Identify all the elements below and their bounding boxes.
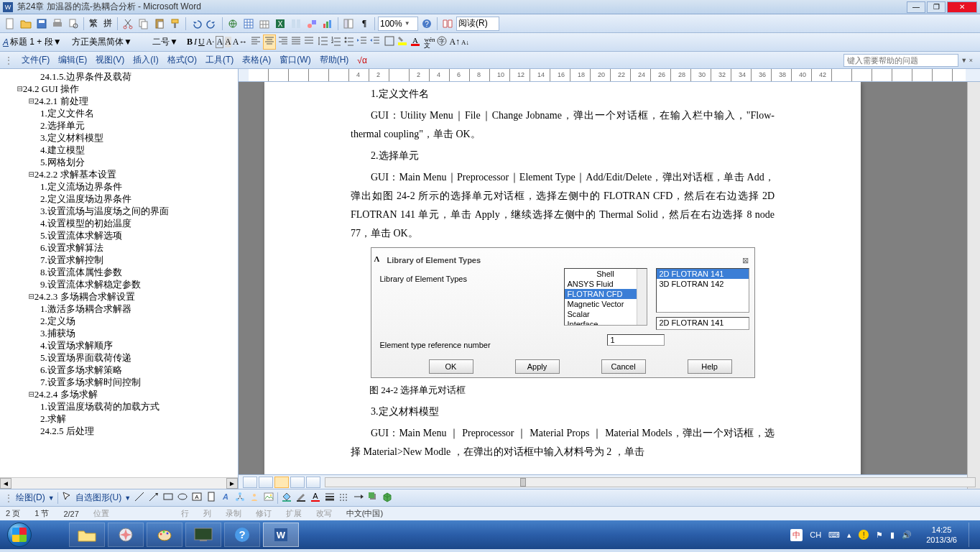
book-icon[interactable] xyxy=(440,17,455,31)
menu-file[interactable]: 文件(F) xyxy=(22,54,50,66)
align-center-button[interactable] xyxy=(263,34,276,50)
outline-item[interactable]: 24.1.5.边界条件及载荷 xyxy=(0,70,238,83)
web-view-button[interactable] xyxy=(259,477,273,488)
table-button[interactable] xyxy=(241,17,256,31)
doc-map-button[interactable] xyxy=(341,17,356,31)
outline-item[interactable]: ⊟24.2.2 求解基本设置 xyxy=(0,168,238,180)
format-painter-button[interactable] xyxy=(168,17,182,31)
outline-body[interactable]: 24.1.5.边界条件及载荷⊟24.2 GUI 操作⊟24.2.1 前处理1.定… xyxy=(0,69,238,477)
phonetic-button[interactable]: wén文 xyxy=(424,37,435,48)
menu-insert[interactable]: 插入(I) xyxy=(133,54,158,66)
diagram-button[interactable] xyxy=(234,491,246,505)
styles-pane-button[interactable]: A xyxy=(3,37,9,47)
highlight-button[interactable] xyxy=(397,35,408,49)
shadow-button[interactable] xyxy=(367,491,379,505)
menu-format[interactable]: 格式(O) xyxy=(167,54,197,66)
outline-item[interactable]: 5.设置场界面载荷传递 xyxy=(0,351,238,364)
outline-item[interactable]: 5.设置流体求解选项 xyxy=(0,229,238,242)
outline-item[interactable]: 9.设置流体求解稳定参数 xyxy=(0,278,238,290)
enclose-button[interactable]: 字 xyxy=(436,35,448,49)
task-explorer[interactable] xyxy=(69,523,105,547)
network-icon[interactable]: ▮ xyxy=(890,530,895,540)
system-tray[interactable]: 中 CH ⌨ ▴ ! ⚑ ▮ 🔊 14:25 2013/3/6 xyxy=(790,523,980,547)
document-vscroll[interactable] xyxy=(967,82,980,489)
new-button[interactable] xyxy=(3,17,17,31)
maximize-button[interactable]: ❐ xyxy=(927,1,946,13)
print-button[interactable] xyxy=(50,17,65,31)
task-safari[interactable] xyxy=(108,523,144,547)
menu-window[interactable]: 窗口(W) xyxy=(279,54,310,66)
decrease-indent-button[interactable] xyxy=(356,35,368,49)
outline-item[interactable]: 4.设置模型的初始温度 xyxy=(0,217,238,229)
paste-button[interactable] xyxy=(152,17,167,31)
shrink-font-button[interactable]: A↓ xyxy=(461,39,469,46)
equation-icon[interactable]: √α xyxy=(357,55,367,65)
outline-item[interactable]: 1.定义文件名 xyxy=(0,107,238,119)
excel-button[interactable]: X xyxy=(273,17,287,31)
open-button[interactable] xyxy=(19,17,33,31)
minimize-button[interactable]: — xyxy=(907,1,925,13)
menu-edit[interactable]: 编辑(E) xyxy=(58,54,87,66)
taskbar-clock[interactable]: 14:25 2013/3/6 xyxy=(926,525,957,545)
ruler[interactable]: 4224681012141618202224262830323436384042 xyxy=(239,69,980,82)
start-button[interactable] xyxy=(0,520,39,549)
textbox-button[interactable]: A xyxy=(191,491,203,505)
draw-menu-button[interactable]: 绘图(D) xyxy=(16,492,45,504)
outline-item[interactable]: ⊟24.2.1 前处理 xyxy=(0,95,238,107)
line-button[interactable] xyxy=(134,491,145,505)
insert-table-button[interactable] xyxy=(257,17,272,31)
dash-style-button[interactable] xyxy=(338,491,350,505)
outline-item[interactable]: ⊟24.2 GUI 操作 xyxy=(0,83,238,95)
outline-item[interactable]: 5.网格划分 xyxy=(0,156,238,168)
outline-item[interactable]: 1.激活多场耦合求解器 xyxy=(0,303,238,315)
font-color-button-draw[interactable]: A xyxy=(310,491,321,505)
normal-view-button[interactable] xyxy=(243,477,257,488)
reading-button[interactable]: 阅读(R) xyxy=(456,17,499,31)
outline-item[interactable]: 6.设置求解算法 xyxy=(0,242,238,254)
tray-up-icon[interactable]: ▴ xyxy=(847,530,851,540)
emphasis-button[interactable]: A· xyxy=(206,37,215,47)
menu-table[interactable]: 表格(A) xyxy=(242,54,271,66)
undo-button[interactable] xyxy=(189,17,203,31)
lang-indicator[interactable]: CH xyxy=(810,530,821,539)
vertical-textbox-button[interactable] xyxy=(205,491,217,505)
show-desktop-button[interactable] xyxy=(969,523,974,547)
menu-help[interactable]: 帮助(H) xyxy=(320,54,349,66)
columns-button[interactable] xyxy=(289,17,303,31)
outline-item[interactable]: 6.设置多场求解策略 xyxy=(0,364,238,376)
close-button[interactable]: ✕ xyxy=(947,1,977,13)
char-scale-button[interactable]: A↔ xyxy=(233,37,248,47)
font-dropdown[interactable]: 方正美黑简体▼ xyxy=(72,36,151,48)
copy-button[interactable] xyxy=(137,17,151,31)
align-right-button[interactable] xyxy=(277,35,289,49)
action-center-icon[interactable]: ⚑ xyxy=(876,530,883,540)
chart-button[interactable] xyxy=(320,17,335,31)
save-button[interactable] xyxy=(34,17,49,31)
char-border-button[interactable]: A xyxy=(216,36,223,48)
hyperlink-button[interactable] xyxy=(226,17,240,31)
font-size-dropdown[interactable]: 二号▼ xyxy=(152,36,184,48)
oval-button[interactable] xyxy=(177,491,188,505)
picture-button[interactable] xyxy=(263,491,274,505)
ime-indicator[interactable]: 中 xyxy=(790,529,803,541)
outline-item[interactable]: 2.求解 xyxy=(0,413,238,425)
align-left-button[interactable] xyxy=(250,35,262,49)
print-view-button[interactable] xyxy=(274,477,289,488)
tray-status-icon[interactable]: ! xyxy=(859,530,869,540)
help-button[interactable]: ? xyxy=(420,17,434,31)
line-spacing-button[interactable] xyxy=(318,35,329,49)
outline-hscroll[interactable]: ◄► xyxy=(0,477,238,489)
task-word[interactable]: W xyxy=(263,523,299,547)
zoom-dropdown[interactable]: 100%▼ xyxy=(378,17,418,31)
outline-item[interactable]: 8.设置流体属性参数 xyxy=(0,266,238,278)
select-arrow-button[interactable] xyxy=(61,491,73,505)
autoshapes-button[interactable]: 自选图形(U) xyxy=(75,492,122,504)
drawing-button[interactable] xyxy=(305,17,319,31)
task-help[interactable]: ? xyxy=(224,523,260,547)
outline-item[interactable]: 4.建立模型 xyxy=(0,144,238,156)
volume-icon[interactable]: 🔊 xyxy=(902,530,912,540)
outline-item[interactable]: 7.设置多场求解时间控制 xyxy=(0,376,238,388)
help-search-input[interactable] xyxy=(843,54,958,67)
redo-button[interactable] xyxy=(205,17,219,31)
outline-item[interactable]: 1.设置温度场载荷的加载方式 xyxy=(0,400,238,413)
